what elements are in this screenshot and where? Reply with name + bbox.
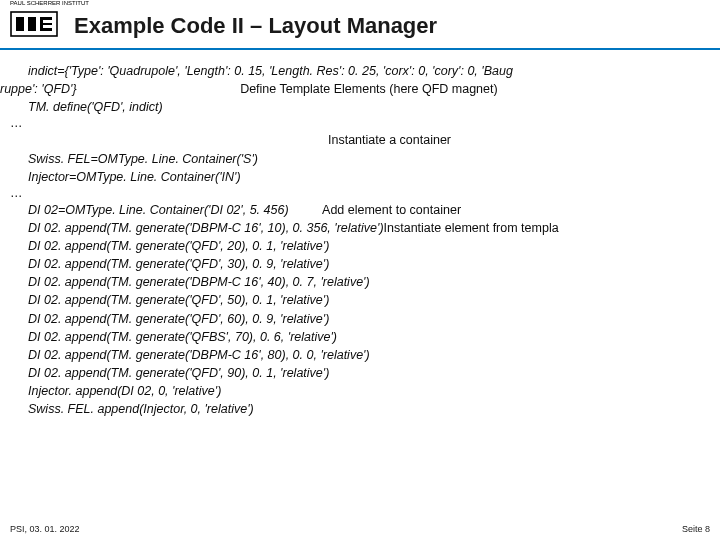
slide-title: Example Code II – Layout Manager	[74, 13, 710, 39]
code-line: Injector=OMType. Line. Container('IN')	[28, 168, 720, 186]
annotation-text: Instantiate element from templa	[384, 221, 559, 235]
annotation-text: Define Template Elements (here QFD magne…	[240, 82, 498, 96]
code-line: DI 02. append(TM. generate('DBPM-C 16', …	[28, 346, 720, 364]
code-line: DI 02. append(TM. generate('QFD', 60), 0…	[28, 310, 720, 328]
svg-rect-1	[16, 17, 24, 31]
code-fragment: DI 02. append(TM. generate('DBPM-C 16', …	[28, 221, 384, 235]
slide-header: PAUL SCHERRER INSTITUT Example Code II –…	[0, 0, 720, 48]
svg-rect-5	[43, 23, 52, 25]
code-fragment: ruppe': 'QFD'}	[0, 82, 77, 96]
code-line: DI 02. append(TM. generate('DBPM-C 16', …	[28, 219, 720, 237]
code-line: TM. define('QFD', indict)	[28, 98, 720, 116]
code-line: Instantiate a container	[28, 131, 720, 149]
code-line: DI 02. append(TM. generate('QFD', 90), 0…	[28, 364, 720, 382]
code-line: indict={'Type': 'Quadrupole', 'Length': …	[28, 62, 720, 80]
footer-page: Seite 8	[682, 524, 710, 534]
ellipsis: …	[10, 116, 720, 131]
code-line: DI 02. append(TM. generate('QFBS', 70), …	[28, 328, 720, 346]
slide-body: indict={'Type': 'Quadrupole', 'Length': …	[0, 50, 720, 418]
annotation-text: Add element to container	[322, 203, 461, 217]
code-line: Swiss. FEL. append(Injector, 0, 'relativ…	[28, 400, 720, 418]
code-line: DI 02. append(TM. generate('DBPM-C 16', …	[28, 273, 720, 291]
code-line: DI 02. append(TM. generate('QFD', 50), 0…	[28, 291, 720, 309]
code-line: DI 02. append(TM. generate('QFD', 30), 0…	[28, 255, 720, 273]
code-line: ruppe': 'QFD'} Define Template Elements …	[0, 80, 720, 98]
ellipsis: …	[10, 186, 720, 201]
psi-logo: PAUL SCHERRER INSTITUT	[10, 10, 58, 42]
annotation-text: Instantiate a container	[328, 133, 451, 147]
svg-rect-2	[28, 17, 36, 31]
code-line: DI 02=OMType. Line. Container('DI 02', 5…	[28, 201, 720, 219]
psi-logo-label: PAUL SCHERRER INSTITUT	[10, 0, 89, 6]
code-line: DI 02. append(TM. generate('QFD', 20), 0…	[28, 237, 720, 255]
code-line: Swiss. FEL=OMType. Line. Container('S')	[28, 150, 720, 168]
psi-logo-icon	[10, 10, 58, 38]
code-line: Injector. append(DI 02, 0, 'relative')	[28, 382, 720, 400]
footer-date: PSI, 03. 01. 2022	[10, 524, 80, 534]
code-fragment: DI 02=OMType. Line. Container('DI 02', 5…	[28, 203, 289, 217]
